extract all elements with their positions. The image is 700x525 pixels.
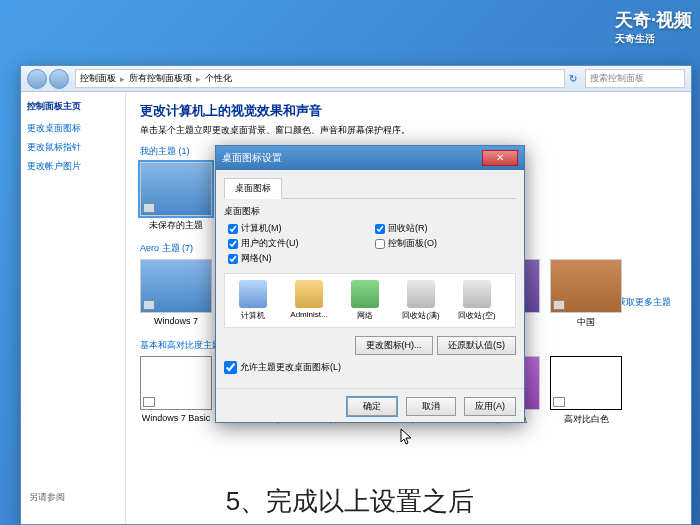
check-user[interactable]: 用户的文件(U)	[228, 237, 365, 250]
allow-theme-change-check[interactable]: 允许主题更改桌面图标(L)	[224, 361, 516, 374]
refresh-icon[interactable]: ↻	[569, 73, 577, 84]
restore-default-button[interactable]: 还原默认值(S)	[437, 336, 516, 355]
breadcrumb-sep: ▸	[120, 74, 125, 84]
check-network[interactable]: 网络(N)	[228, 252, 365, 265]
sidebar-title: 控制面板主页	[27, 100, 119, 113]
apply-button[interactable]: 应用(A)	[464, 397, 516, 416]
forward-button[interactable]	[49, 69, 69, 89]
cursor-icon	[400, 428, 414, 446]
theme-label: Windows 7 Basic	[142, 413, 211, 423]
allow-checkbox[interactable]	[224, 361, 237, 374]
page-title: 更改计算机上的视觉效果和声音	[140, 102, 677, 120]
breadcrumb-mid[interactable]: 所有控制面板项	[129, 72, 192, 85]
theme-item[interactable]: Windows 7 Basic	[140, 356, 212, 426]
theme-item[interactable]: 高对比白色	[550, 356, 622, 426]
desktop-icon-settings-dialog: 桌面图标设置 ✕ 桌面图标 桌面图标 计算机(M) 回收站(R) 用户的文件(U…	[215, 145, 525, 423]
checkbox-grid: 计算机(M) 回收站(R) 用户的文件(U) 控制面板(O) 网络(N)	[224, 222, 516, 265]
theme-item[interactable]: Windows 7	[140, 259, 212, 329]
titlebar: 控制面板 ▸ 所有控制面板项 ▸ 个性化 ↻ 搜索控制面板	[21, 66, 691, 92]
sidebar-item-account-pic[interactable]: 更改帐户图片	[27, 157, 119, 176]
watermark-main: 天奇·视频	[615, 10, 692, 30]
icon-computer[interactable]: 计算机	[231, 280, 275, 321]
see-also-label: 另请参阅	[29, 491, 65, 504]
breadcrumb-root[interactable]: 控制面板	[80, 72, 116, 85]
close-button[interactable]: ✕	[482, 150, 518, 166]
sidebar-item-mouse[interactable]: 更改鼠标指针	[27, 138, 119, 157]
group-label: 桌面图标	[224, 205, 516, 218]
ok-button[interactable]: 确定	[347, 397, 397, 416]
tab-strip: 桌面图标	[224, 178, 516, 199]
icon-btn-row: 更改图标(H)... 还原默认值(S)	[224, 334, 516, 355]
icon-recycle-empty[interactable]: 回收站(空)	[455, 280, 499, 321]
theme-label: 高对比白色	[564, 414, 609, 424]
watermark: 天奇·视频 天奇生活	[615, 8, 692, 46]
theme-label: 中国	[577, 317, 595, 327]
search-input[interactable]: 搜索控制面板	[585, 69, 685, 88]
tab-desktop-icons[interactable]: 桌面图标	[224, 178, 282, 199]
cancel-button[interactable]: 取消	[406, 397, 456, 416]
icon-recycle-full[interactable]: 回收站(满)	[399, 280, 443, 321]
breadcrumb-leaf[interactable]: 个性化	[205, 72, 232, 85]
theme-label: 未保存的主题	[149, 220, 203, 230]
page-desc: 单击某个主题立即更改桌面背景、窗口颜色、声音和屏幕保护程序。	[140, 124, 677, 137]
theme-item[interactable]: 中国	[550, 259, 622, 329]
watermark-sub: 天奇生活	[615, 32, 692, 46]
dialog-titlebar[interactable]: 桌面图标设置 ✕	[216, 146, 524, 170]
back-button[interactable]	[27, 69, 47, 89]
icon-user[interactable]: Administ...	[287, 280, 331, 321]
change-icon-button[interactable]: 更改图标(H)...	[355, 336, 433, 355]
check-control[interactable]: 控制面板(O)	[375, 237, 512, 250]
video-caption: 5、完成以上设置之后	[226, 484, 474, 519]
breadcrumb[interactable]: 控制面板 ▸ 所有控制面板项 ▸ 个性化	[75, 69, 565, 88]
sidebar: 控制面板主页 更改桌面图标 更改鼠标指针 更改帐户图片 另请参阅	[21, 92, 126, 524]
theme-unsaved[interactable]: 未保存的主题	[140, 162, 212, 232]
check-computer[interactable]: 计算机(M)	[228, 222, 365, 235]
icon-network[interactable]: 网络	[343, 280, 387, 321]
check-recycle[interactable]: 回收站(R)	[375, 222, 512, 235]
sidebar-item-desktop-icons[interactable]: 更改桌面图标	[27, 119, 119, 138]
dialog-title-text: 桌面图标设置	[222, 151, 282, 165]
nav-buttons	[27, 69, 69, 89]
breadcrumb-sep: ▸	[196, 74, 201, 84]
icon-preview-row: 计算机 Administ... 网络 回收站(满) 回收站(空)	[224, 273, 516, 328]
dialog-body: 桌面图标 桌面图标 计算机(M) 回收站(R) 用户的文件(U) 控制面板(O)…	[216, 170, 524, 388]
theme-label: Windows 7	[154, 316, 198, 326]
dialog-footer: 确定 取消 应用(A)	[216, 388, 524, 422]
